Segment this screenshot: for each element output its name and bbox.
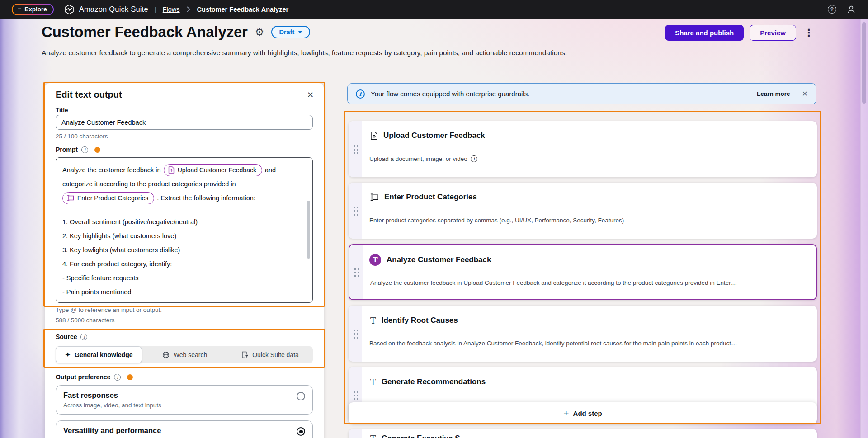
step-title: Enter Product Categories [384,193,477,202]
explore-button[interactable]: ≡ Explore [12,4,54,15]
title-label: Title [56,107,68,113]
tab-label: General knowledge [75,351,132,358]
breadcrumb-flows-link[interactable]: Flows [163,6,180,13]
step-title: Generate Executive S [382,434,460,438]
option-subtitle: Across image, video, and text inputs [63,402,305,409]
step-description: Based on the feedback analysis in Analyz… [369,340,737,347]
prompt-line: 3. Key lowlights (what customers dislike… [62,243,301,257]
page-scrollbar-thumb[interactable] [862,22,866,104]
edit-text-output-panel: Edit text output ✕ Title 25 / 100 charac… [45,83,324,438]
attention-dot [127,374,133,380]
explore-label: Explore [24,6,47,13]
info-icon[interactable]: i [81,146,88,153]
status-badge: Draft [279,28,294,36]
info-icon[interactable]: i [80,334,87,340]
gear-icon[interactable]: ⚙ [255,26,264,38]
step-card-categories[interactable]: Enter Product Categories Enter product c… [349,183,817,239]
chip-label: Enter Product Categories [77,193,148,203]
prompt-editor[interactable]: Analyze the customer feedback in Upload … [56,157,313,303]
title-input[interactable] [56,115,313,130]
option-title: Fast responses [63,391,305,400]
prompt-line: 4. For each product category, identify: [62,257,301,271]
tab-web-search[interactable]: Web search [142,346,227,363]
hamburger-icon: ≡ [18,6,21,12]
drag-handle[interactable] [349,183,362,239]
option-title: Versatility and performance [63,426,305,435]
upload-file-icon [168,166,175,174]
page: ≡ Explore Amazon Quick Suite | Flows Cus… [0,0,868,438]
prompt-text: Analyze the customer feedback in [62,163,161,177]
drag-dots-icon [353,390,358,400]
learn-more-link[interactable]: Learn more [757,90,790,97]
step-title: Analyze Customer Feedback [387,255,491,264]
prompt-char-count: 588 / 5000 characters [56,317,115,324]
tab-quick-suite-data[interactable]: Quick Suite data [227,346,313,363]
prompt-line: - Specific feature requests [62,271,301,285]
source-tabs: ✦ General knowledge Web search Quick Sui… [56,346,313,363]
prompt-label: Prompt [56,146,78,153]
drag-handle[interactable] [349,121,362,177]
globe-icon [162,351,170,358]
output-preference-label: Output preference [56,373,110,381]
prompt-hint: Type @ to reference an input or output. [56,306,162,313]
brand-name: Amazon Quick Suite [79,5,148,14]
step-card-analyze[interactable]: T Analyze Customer Feedback Analyze the … [349,244,817,300]
prompt-text: . Extract the following information: [157,191,255,205]
banner-text: Your flow comes equipped with enterprise… [371,90,529,98]
source-label-row: Source i [56,333,87,340]
plus-icon: + [563,408,569,419]
step-card-root-causes[interactable]: T Identify Root Causes Based on the feed… [349,306,817,362]
output-preference-row: Output preference i [56,373,133,381]
page-scrollbar[interactable] [860,19,868,438]
reference-chip-categories[interactable]: Enter Product Categories [62,192,154,204]
add-step-button[interactable]: + Add step [349,402,817,424]
prompt-text: and [265,163,276,177]
panel-heading: Edit text output [56,89,122,100]
step-description: Upload a document, image, or video [369,155,467,162]
user-icon[interactable] [846,5,856,14]
drag-handle[interactable] [349,306,362,362]
status-dropdown[interactable]: Draft [271,26,310,38]
help-icon[interactable]: ? [828,5,836,14]
radio-unselected[interactable] [297,392,305,400]
info-icon: i [356,89,365,99]
drag-handle[interactable] [349,429,362,438]
banner-close-icon[interactable]: ✕ [802,89,808,98]
page-description: Analyze customer feedback to generate a … [42,49,684,57]
drag-dots-icon [354,267,359,277]
page-title: Customer Feedback Analyzer [42,24,248,41]
prompt-line: - Pain points mentioned [62,285,301,299]
step-description: Analyze the customer feedback in Upload … [370,279,737,286]
prompt-text: categorize it according to the product c… [62,177,301,191]
info-icon[interactable]: i [114,374,121,381]
step-title: Generate Recommendations [382,377,486,386]
tab-label: Quick Suite data [252,351,299,358]
prompt-line: 2. Key highlights (what customers love) [62,229,301,243]
step-title: Upload Customer Feedback [383,131,485,140]
close-icon[interactable]: ✕ [307,90,314,99]
share-and-publish-button[interactable]: Share and publish [665,25,744,41]
add-step-label: Add step [573,410,602,417]
drag-handle[interactable] [349,245,363,299]
chip-label: Upload Customer Feedback [178,165,256,174]
guardrails-banner: i Your flow comes equipped with enterpri… [347,83,816,104]
text-input-icon [370,193,379,201]
option-versatility[interactable]: Versatility and performance [56,420,313,438]
prompt-scrollbar[interactable] [307,201,310,259]
breadcrumb-separator: | [155,5,156,13]
breadcrumb-current: Customer Feedback Analyzer [197,6,289,13]
tab-general-knowledge[interactable]: ✦ General knowledge [56,346,142,363]
step-title: Identify Root Causes [382,316,458,325]
step-card-upload[interactable]: Upload Customer Feedback Upload a docume… [349,121,817,177]
info-icon[interactable]: i [471,155,477,162]
kebab-menu-icon[interactable]: ⋮ [802,27,816,38]
text-output-icon: T [370,433,376,438]
topbar: ≡ Explore Amazon Quick Suite | Flows Cus… [0,0,868,19]
title-char-count: 25 / 100 characters [56,133,108,140]
header: Customer Feedback Analyzer ⚙ Draft [42,24,310,41]
step-card-executive-summary-partial[interactable]: T Generate Executive S [349,429,817,438]
preview-button[interactable]: Preview [750,25,796,41]
option-fast-responses[interactable]: Fast responses Across image, video, and … [56,385,313,415]
radio-selected[interactable] [297,427,305,436]
reference-chip-upload[interactable]: Upload Customer Feedback [164,164,262,176]
